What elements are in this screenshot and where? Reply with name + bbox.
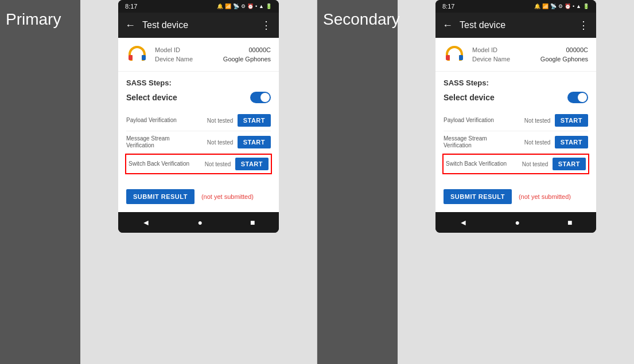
primary-content: Model ID 00000C Device Name Google Gphon… (118, 38, 279, 212)
primary-select-device-toggle[interactable] (250, 92, 271, 103)
primary-submit-status: (not yet submitted) (201, 193, 254, 200)
sec-wifi-icon: 📡 (550, 3, 557, 9)
primary-start-btn-message[interactable]: START (238, 136, 271, 148)
alarm-icon: ⏰ (247, 3, 254, 9)
primary-nav-bar: ◄ ● ■ (118, 212, 279, 233)
sec-alarm-icon: ⏰ (565, 3, 571, 9)
primary-submit-button[interactable]: SUBMIT RESULT (126, 189, 195, 204)
secondary-submit-section: SUBMIT RESULT (not yet submitted) (435, 181, 596, 212)
secondary-back-nav-button[interactable]: ◄ (460, 218, 468, 227)
secondary-sass-section: SASS Steps: Select device Payload Verifi… (435, 72, 596, 181)
secondary-select-device-row: Select device (444, 92, 588, 103)
secondary-start-btn-message[interactable]: START (555, 136, 588, 148)
secondary-device-info: Model ID 00000C Device Name Google Gphon… (435, 38, 596, 72)
sec-notifications-icon: 🔔 (534, 3, 540, 9)
svg-rect-3 (459, 55, 463, 60)
secondary-device-name-label: Device Name (472, 54, 510, 64)
primary-step-name-payload: Payload Verification (126, 117, 203, 124)
secondary-phone: 8:17 🔔 📶 📡 ⚙ ⏰ • ▲ 🔋 ← Test device ⋮ (435, 0, 596, 233)
primary-home-nav-button[interactable]: ● (197, 218, 202, 227)
primary-sass-section: SASS Steps: Select device Payload Verifi… (118, 72, 279, 181)
secondary-start-btn-switchback[interactable]: START (553, 158, 586, 170)
secondary-start-btn-payload[interactable]: START (555, 114, 588, 127)
secondary-device-name-row: Device Name Google Gphones (472, 54, 588, 64)
secondary-top-bar: ← Test device ⋮ (435, 13, 596, 38)
primary-select-device-label: Select device (126, 93, 177, 102)
primary-model-id-value: 00000C (248, 45, 271, 55)
sec-settings-icon: ⚙ (558, 3, 563, 9)
primary-start-btn-switchback[interactable]: START (235, 158, 269, 170)
secondary-phone-container: 8:17 🔔 📶 📡 ⚙ ⏰ • ▲ 🔋 ← Test device ⋮ (398, 0, 634, 233)
secondary-submit-status: (not yet submitted) (519, 193, 571, 200)
secondary-model-row: Model ID 00000C (472, 45, 588, 55)
secondary-status-bar: 8:17 🔔 📶 📡 ⚙ ⏰ • ▲ 🔋 (435, 0, 596, 13)
sec-wifi2-icon: ▲ (576, 3, 581, 9)
primary-phone-container: 8:17 🔔 📶 📡 ⚙ ⏰ • ▲ 🔋 ← Test device ⋮ (80, 0, 317, 233)
secondary-step-status-payload: Not tested (520, 118, 555, 124)
svg-rect-2 (446, 55, 450, 60)
secondary-menu-button[interactable]: ⋮ (578, 19, 589, 32)
secondary-step-status-message: Not tested (520, 139, 555, 146)
secondary-panel: Secondary 8:17 🔔 📶 📡 ⚙ ⏰ • ▲ 🔋 ← (317, 0, 634, 364)
secondary-select-device-label: Select device (444, 93, 495, 102)
primary-model-id-label: Model ID (155, 45, 180, 55)
primary-step-status-payload: Not tested (203, 118, 238, 124)
primary-device-name-row: Device Name Google Gphones (155, 54, 271, 64)
primary-start-btn-payload[interactable]: START (238, 114, 271, 127)
primary-label: Primary (0, 0, 80, 364)
secondary-submit-button[interactable]: SUBMIT RESULT (444, 189, 512, 204)
primary-select-device-row: Select device (126, 92, 271, 103)
svg-rect-0 (129, 55, 133, 60)
secondary-model-id-label: Model ID (472, 45, 497, 55)
primary-status-bar: 8:17 🔔 📶 📡 ⚙ ⏰ • ▲ 🔋 (118, 0, 279, 13)
primary-step-status-switchback: Not tested (201, 161, 235, 167)
primary-device-info: Model ID 00000C Device Name Google Gphon… (118, 38, 279, 72)
secondary-step-row-message: Message StreamVerification Not tested ST… (444, 131, 588, 154)
sec-battery-icon: 🔋 (583, 3, 589, 9)
secondary-steps-table: Payload Verification Not tested START Me… (444, 110, 588, 174)
primary-step-row-payload: Payload Verification Not tested START (126, 110, 271, 131)
primary-recents-nav-button[interactable]: ■ (250, 218, 255, 227)
secondary-time: 8:17 (442, 3, 454, 10)
primary-device-name-value: Google Gphones (223, 54, 271, 64)
secondary-device-name-value: Google Gphones (540, 54, 588, 64)
secondary-home-nav-button[interactable]: ● (515, 218, 519, 227)
primary-phone: 8:17 🔔 📶 📡 ⚙ ⏰ • ▲ 🔋 ← Test device ⋮ (118, 0, 279, 233)
primary-device-name-label: Device Name (155, 54, 193, 64)
dot-icon: • (255, 3, 257, 9)
primary-panel: Primary 8:17 🔔 📶 📡 ⚙ ⏰ • ▲ 🔋 ← (0, 0, 317, 364)
svg-rect-1 (142, 55, 146, 60)
secondary-recents-nav-button[interactable]: ■ (567, 218, 572, 227)
primary-menu-button[interactable]: ⋮ (261, 19, 272, 32)
wifi2-icon: ▲ (259, 3, 264, 9)
sec-dot-icon: • (573, 3, 574, 9)
secondary-step-row-payload: Payload Verification Not tested START (444, 110, 588, 131)
settings-icon: ⚙ (241, 3, 246, 9)
wifi-icon: 📡 (233, 3, 239, 9)
primary-status-icons: 🔔 📶 📡 ⚙ ⏰ • ▲ 🔋 (217, 3, 272, 9)
primary-back-button[interactable]: ← (125, 19, 135, 32)
primary-back-nav-button[interactable]: ◄ (142, 218, 150, 227)
secondary-content: Model ID 00000C Device Name Google Gphon… (435, 38, 596, 212)
primary-device-logo (126, 44, 148, 65)
secondary-label: Secondary (317, 0, 398, 364)
secondary-sass-title: SASS Steps: (444, 79, 588, 87)
secondary-status-icons: 🔔 📶 📡 ⚙ ⏰ • ▲ 🔋 (534, 3, 589, 9)
primary-step-name-switchback: Switch Back Verification (129, 161, 201, 167)
primary-step-row-message: Message StreamVerification Not tested ST… (126, 131, 271, 154)
primary-model-row: Model ID 00000C (155, 45, 271, 55)
secondary-device-details: Model ID 00000C Device Name Google Gphon… (472, 45, 588, 64)
primary-time: 8:17 (125, 3, 137, 10)
secondary-select-device-toggle[interactable] (567, 92, 588, 103)
battery-icon: 🔋 (266, 3, 272, 9)
primary-top-bar-title: Test device (142, 20, 261, 30)
secondary-step-name-switchback: Switch Back Verification (446, 161, 518, 167)
secondary-device-logo (444, 44, 465, 65)
primary-steps-table: Payload Verification Not tested START Me… (126, 110, 271, 174)
secondary-back-button[interactable]: ← (442, 19, 453, 32)
primary-submit-section: SUBMIT RESULT (not yet submitted) (118, 181, 279, 212)
secondary-step-name-payload: Payload Verification (444, 117, 520, 124)
secondary-step-status-switchback: Not tested (518, 161, 553, 167)
primary-step-name-message: Message StreamVerification (126, 135, 203, 149)
signal-icon: 📶 (225, 3, 231, 9)
